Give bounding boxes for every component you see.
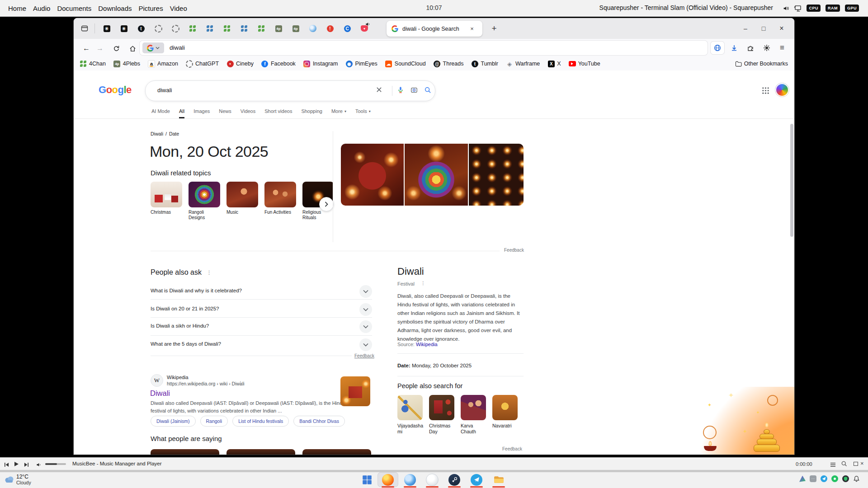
menu-item-pictures[interactable]: Pictures — [138, 5, 163, 12]
pinned-tab-fourchan-blue-tab-2[interactable] — [236, 21, 253, 36]
menu-item-downloads[interactable]: Downloads — [98, 5, 132, 12]
topic-card-music[interactable]: Music — [226, 182, 258, 215]
notification-bell-icon[interactable] — [853, 475, 860, 482]
reload-icon[interactable] — [110, 42, 122, 54]
search-engine-chip[interactable] — [142, 42, 164, 53]
taskbar-browser-blue[interactable] — [400, 473, 420, 487]
saying-card[interactable] — [226, 449, 295, 455]
close-button[interactable]: × — [773, 24, 791, 33]
bookmark-youtube[interactable]: YouTube — [569, 60, 600, 67]
topic-card-rangoli-designs[interactable]: Rangoli Designs — [189, 182, 220, 221]
paa-expand-button[interactable] — [359, 285, 372, 298]
topic-card-fun-activities[interactable]: Fun Activities — [264, 182, 296, 215]
search-icon[interactable] — [424, 86, 431, 95]
bookmark-tumblr[interactable]: tTumblr — [471, 60, 498, 67]
paa-feedback-link[interactable]: Feedback — [354, 353, 374, 358]
taskbar-file-explorer[interactable] — [489, 473, 509, 487]
volume-icon[interactable] — [36, 461, 41, 469]
paa-question[interactable]: What is Diwali and why is it celebrated? — [151, 288, 242, 293]
tab-images[interactable]: Images — [193, 108, 210, 117]
tray-telegram-icon[interactable] — [821, 475, 827, 482]
weather-condition[interactable]: Cloudy — [16, 480, 31, 485]
menu-icon[interactable]: ≡ — [775, 42, 789, 54]
result-site-name[interactable]: Wikipedia — [167, 375, 189, 380]
pinned-tab-fourplebs-tab[interactable]: 4p — [270, 21, 287, 36]
tab-more[interactable]: More▾ — [331, 108, 346, 117]
tab-shopping[interactable]: Shopping — [301, 108, 322, 117]
result-url[interactable]: https://en.wikipedia.org › wiki › Diwali — [167, 381, 245, 386]
bookmark-instagram[interactable]: Instagram — [303, 60, 338, 67]
chip-list-of-hindu-festivals[interactable]: List of Hindu festivals — [232, 416, 289, 427]
result-thumbnail[interactable] — [340, 376, 370, 406]
carousel-next-button[interactable] — [319, 197, 334, 211]
bookmark-facebook[interactable]: fFacebook — [261, 60, 296, 67]
paa-expand-button[interactable] — [359, 303, 372, 316]
page-scrollbar[interactable] — [790, 124, 793, 455]
bookmark-soundcloud[interactable]: ☁SoundCloud — [385, 60, 426, 67]
bookmark-x[interactable]: XX — [547, 60, 561, 67]
musicbee-search-icon[interactable] — [841, 460, 847, 469]
musicbee-restore-icon[interactable] — [854, 462, 858, 466]
tab-news[interactable]: News — [219, 108, 231, 117]
home-icon[interactable] — [127, 42, 138, 54]
paa-question[interactable]: Is Diwali a sikh or Hindu? — [151, 323, 209, 328]
tab-videos[interactable]: Videos — [241, 108, 255, 117]
kp-feedback-link[interactable]: Feedback — [502, 446, 522, 451]
pinned-tab-clock-tab[interactable]: C — [339, 21, 356, 36]
taskbar-start-button[interactable] — [357, 473, 377, 487]
forward-icon[interactable]: → — [94, 42, 106, 54]
url-bar[interactable]: diwali — [140, 41, 708, 55]
account-avatar[interactable] — [775, 83, 789, 97]
pinned-tab-fourchan-blue-tab[interactable] — [201, 21, 218, 36]
volume-slider[interactable] — [45, 463, 66, 465]
chip-rangoli[interactable]: Rangoli — [200, 416, 228, 427]
search-input[interactable]: diwali — [145, 80, 435, 101]
pinned-tab-alert-tab[interactable]: ! — [321, 21, 339, 36]
pasf-navaratri[interactable]: Navaratri — [492, 395, 520, 429]
paa-more-options-icon[interactable]: ⋮ — [207, 270, 212, 276]
bookmark-warframe[interactable]: ◈Warframe — [506, 60, 540, 67]
pasf-christmas-day[interactable]: Christmas Day — [429, 395, 457, 435]
menu-item-documents[interactable]: Documents — [57, 5, 91, 12]
next-track-icon[interactable] — [24, 461, 29, 469]
taskbar-firefox[interactable] — [378, 473, 398, 487]
diwali-photo-diya-rows[interactable] — [469, 144, 524, 206]
translate-globe-icon[interactable] — [711, 42, 724, 54]
paa-question[interactable]: What are the 5 days of Diwali? — [151, 341, 221, 347]
menu-item-video[interactable]: Video — [170, 5, 187, 12]
pinned-tab-tumblr-tab[interactable]: t — [132, 21, 150, 36]
tab-short-videos[interactable]: Short videos — [264, 108, 292, 117]
clear-search-icon[interactable] — [376, 86, 382, 94]
pinned-tab-fourchan-green-tab-2[interactable] — [218, 21, 236, 36]
breadcrumb-diwali[interactable]: Diwali — [151, 131, 163, 136]
bookmark-4plebs[interactable]: 4p4Plebs — [113, 60, 140, 67]
downloads-icon[interactable] — [727, 42, 741, 54]
bookmark-chatgpt[interactable]: ChatGPT — [186, 60, 219, 67]
feedback-link[interactable]: Feedback — [504, 248, 524, 253]
saying-card[interactable] — [151, 449, 219, 455]
diwali-photo-colorful-rangoli[interactable] — [405, 144, 468, 206]
weather-cloud-icon[interactable] — [4, 476, 15, 485]
pinned-tab-fourplebs-tab-2[interactable]: 4p — [287, 21, 304, 36]
pinned-tab-globe-tab[interactable] — [304, 21, 321, 36]
tray-chat-icon[interactable]: ··· — [810, 475, 816, 482]
pinned-tab-pocket-audio-tab[interactable]: ▾ — [356, 21, 373, 36]
kp-more-options-icon[interactable]: ⋮ — [421, 281, 425, 286]
pinned-tab-starburst-tab-2[interactable]: ✳ — [115, 21, 132, 36]
extension-wheel-icon[interactable] — [760, 42, 774, 54]
extensions-icon[interactable] — [744, 42, 757, 54]
taskbar-steam[interactable] — [444, 473, 464, 487]
source-wikipedia-link[interactable]: Wikipedia — [416, 342, 438, 347]
back-icon[interactable]: ← — [80, 42, 92, 54]
pasf-vijayadashami[interactable]: Vijayadashami — [397, 395, 425, 435]
maximize-button[interactable]: □ — [755, 25, 773, 32]
play-icon[interactable] — [14, 460, 19, 469]
chip-diwali-jainism-[interactable]: Diwali (Jainism) — [151, 416, 196, 427]
bookmark-cineby[interactable]: •Cineby — [226, 60, 254, 67]
active-tab[interactable]: diwali - Google Search × — [387, 21, 482, 37]
bookmark-4chan[interactable]: 4Chan — [80, 60, 106, 67]
tab-ai-mode[interactable]: AI Mode — [151, 108, 170, 117]
musicbee-close-icon[interactable]: × — [860, 460, 864, 467]
paa-expand-button[interactable] — [359, 338, 372, 351]
result-more-options-icon[interactable]: ⋮ — [238, 380, 243, 385]
